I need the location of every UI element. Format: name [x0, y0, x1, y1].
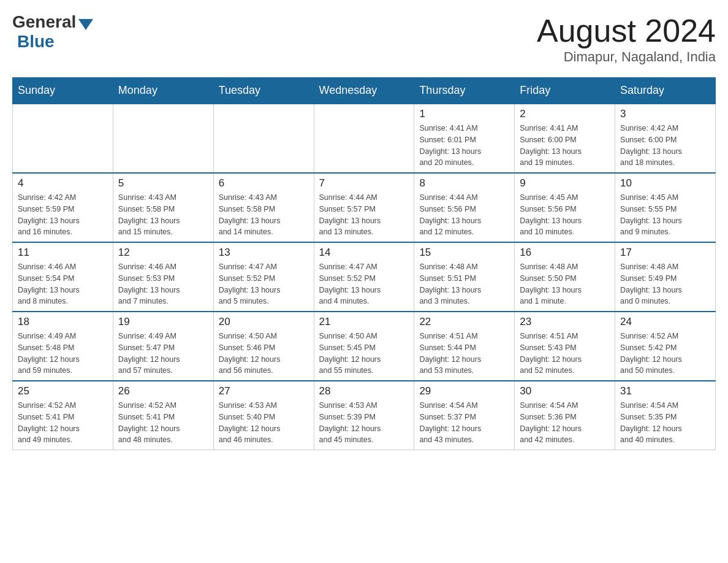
day-info: Sunrise: 4:47 AM Sunset: 5:52 PM Dayligh…: [219, 261, 309, 307]
day-cell: 23Sunrise: 4:51 AM Sunset: 5:43 PM Dayli…: [515, 312, 615, 381]
day-number: 21: [319, 316, 409, 328]
day-number: 24: [620, 316, 710, 328]
day-cell: 3Sunrise: 4:42 AM Sunset: 6:00 PM Daylig…: [615, 104, 716, 173]
weekday-header-wednesday: Wednesday: [314, 78, 414, 104]
weekday-header-monday: Monday: [113, 78, 213, 104]
day-cell: 2Sunrise: 4:41 AM Sunset: 6:00 PM Daylig…: [515, 104, 615, 173]
page-header: General Blue August 2024 Dimapur, Nagala…: [12, 12, 716, 65]
week-row-2: 4Sunrise: 4:42 AM Sunset: 5:59 PM Daylig…: [13, 173, 716, 242]
week-row-5: 25Sunrise: 4:52 AM Sunset: 5:41 PM Dayli…: [13, 381, 716, 450]
day-cell: [213, 104, 314, 173]
day-info: Sunrise: 4:54 AM Sunset: 5:35 PM Dayligh…: [620, 400, 710, 446]
day-cell: 14Sunrise: 4:47 AM Sunset: 5:52 PM Dayli…: [314, 242, 414, 312]
day-cell: 18Sunrise: 4:49 AM Sunset: 5:48 PM Dayli…: [13, 312, 113, 381]
weekday-header-tuesday: Tuesday: [213, 78, 314, 104]
day-info: Sunrise: 4:48 AM Sunset: 5:50 PM Dayligh…: [520, 261, 610, 307]
day-cell: 4Sunrise: 4:42 AM Sunset: 5:59 PM Daylig…: [13, 173, 113, 242]
day-info: Sunrise: 4:43 AM Sunset: 5:58 PM Dayligh…: [118, 192, 208, 238]
day-number: 4: [18, 177, 108, 190]
logo-blue-text: Blue: [17, 32, 55, 52]
day-info: Sunrise: 4:48 AM Sunset: 5:51 PM Dayligh…: [419, 261, 509, 307]
day-cell: 20Sunrise: 4:50 AM Sunset: 5:46 PM Dayli…: [213, 312, 314, 381]
day-info: Sunrise: 4:42 AM Sunset: 6:00 PM Dayligh…: [620, 123, 710, 169]
weekday-header-sunday: Sunday: [13, 78, 113, 104]
weekday-header-thursday: Thursday: [414, 78, 515, 104]
weekday-header-saturday: Saturday: [615, 78, 716, 104]
week-row-3: 11Sunrise: 4:46 AM Sunset: 5:54 PM Dayli…: [13, 242, 716, 312]
day-info: Sunrise: 4:41 AM Sunset: 6:01 PM Dayligh…: [419, 123, 509, 169]
day-number: 1: [419, 108, 509, 120]
day-number: 31: [620, 385, 710, 397]
day-cell: 19Sunrise: 4:49 AM Sunset: 5:47 PM Dayli…: [113, 312, 213, 381]
day-cell: 22Sunrise: 4:51 AM Sunset: 5:44 PM Dayli…: [414, 312, 515, 381]
title-section: August 2024 Dimapur, Nagaland, India: [537, 12, 716, 65]
weekday-header-friday: Friday: [515, 78, 615, 104]
logo: General Blue: [12, 12, 93, 52]
day-number: 15: [419, 247, 509, 259]
day-cell: 26Sunrise: 4:52 AM Sunset: 5:41 PM Dayli…: [113, 381, 213, 450]
day-cell: 28Sunrise: 4:53 AM Sunset: 5:39 PM Dayli…: [314, 381, 414, 450]
day-number: 29: [419, 385, 509, 397]
week-row-1: 1Sunrise: 4:41 AM Sunset: 6:01 PM Daylig…: [13, 104, 716, 173]
day-number: 28: [319, 385, 409, 397]
day-number: 8: [419, 177, 509, 190]
day-cell: 16Sunrise: 4:48 AM Sunset: 5:50 PM Dayli…: [515, 242, 615, 312]
day-cell: 12Sunrise: 4:46 AM Sunset: 5:53 PM Dayli…: [113, 242, 213, 312]
month-title: August 2024: [537, 12, 716, 49]
weekday-header-row: SundayMondayTuesdayWednesdayThursdayFrid…: [13, 78, 716, 104]
day-number: 23: [520, 316, 610, 328]
day-number: 2: [520, 108, 610, 120]
day-info: Sunrise: 4:41 AM Sunset: 6:00 PM Dayligh…: [520, 123, 610, 169]
day-cell: [113, 104, 213, 173]
day-info: Sunrise: 4:52 AM Sunset: 5:41 PM Dayligh…: [118, 400, 208, 446]
day-info: Sunrise: 4:45 AM Sunset: 5:56 PM Dayligh…: [520, 192, 610, 238]
day-cell: 11Sunrise: 4:46 AM Sunset: 5:54 PM Dayli…: [13, 242, 113, 312]
day-info: Sunrise: 4:46 AM Sunset: 5:54 PM Dayligh…: [18, 261, 108, 307]
day-number: 12: [118, 247, 208, 259]
day-cell: 29Sunrise: 4:54 AM Sunset: 5:37 PM Dayli…: [414, 381, 515, 450]
day-info: Sunrise: 4:51 AM Sunset: 5:43 PM Dayligh…: [520, 331, 610, 377]
day-info: Sunrise: 4:52 AM Sunset: 5:41 PM Dayligh…: [18, 400, 108, 446]
day-cell: 15Sunrise: 4:48 AM Sunset: 5:51 PM Dayli…: [414, 242, 515, 312]
day-info: Sunrise: 4:43 AM Sunset: 5:58 PM Dayligh…: [219, 192, 309, 238]
day-info: Sunrise: 4:49 AM Sunset: 5:48 PM Dayligh…: [18, 331, 108, 377]
day-info: Sunrise: 4:47 AM Sunset: 5:52 PM Dayligh…: [319, 261, 409, 307]
day-cell: 31Sunrise: 4:54 AM Sunset: 5:35 PM Dayli…: [615, 381, 716, 450]
day-info: Sunrise: 4:46 AM Sunset: 5:53 PM Dayligh…: [118, 261, 208, 307]
day-number: 18: [18, 316, 108, 328]
day-info: Sunrise: 4:50 AM Sunset: 5:45 PM Dayligh…: [319, 331, 409, 377]
day-number: 19: [118, 316, 208, 328]
day-cell: 1Sunrise: 4:41 AM Sunset: 6:01 PM Daylig…: [414, 104, 515, 173]
logo-general-text: General: [12, 12, 76, 32]
day-number: 22: [419, 316, 509, 328]
day-info: Sunrise: 4:53 AM Sunset: 5:39 PM Dayligh…: [319, 400, 409, 446]
day-number: 30: [520, 385, 610, 397]
day-cell: 6Sunrise: 4:43 AM Sunset: 5:58 PM Daylig…: [213, 173, 314, 242]
calendar-table: SundayMondayTuesdayWednesdayThursdayFrid…: [12, 77, 716, 450]
day-cell: 30Sunrise: 4:54 AM Sunset: 5:36 PM Dayli…: [515, 381, 615, 450]
day-cell: [314, 104, 414, 173]
day-number: 25: [18, 385, 108, 397]
day-number: 7: [319, 177, 409, 190]
day-cell: [13, 104, 113, 173]
day-cell: 24Sunrise: 4:52 AM Sunset: 5:42 PM Dayli…: [615, 312, 716, 381]
day-info: Sunrise: 4:42 AM Sunset: 5:59 PM Dayligh…: [18, 192, 108, 238]
day-cell: 10Sunrise: 4:45 AM Sunset: 5:55 PM Dayli…: [615, 173, 716, 242]
day-number: 11: [18, 247, 108, 259]
day-cell: 27Sunrise: 4:53 AM Sunset: 5:40 PM Dayli…: [213, 381, 314, 450]
day-cell: 17Sunrise: 4:48 AM Sunset: 5:49 PM Dayli…: [615, 242, 716, 312]
day-cell: 21Sunrise: 4:50 AM Sunset: 5:45 PM Dayli…: [314, 312, 414, 381]
day-info: Sunrise: 4:53 AM Sunset: 5:40 PM Dayligh…: [219, 400, 309, 446]
day-info: Sunrise: 4:54 AM Sunset: 5:37 PM Dayligh…: [419, 400, 509, 446]
day-cell: 7Sunrise: 4:44 AM Sunset: 5:57 PM Daylig…: [314, 173, 414, 242]
day-number: 6: [219, 177, 309, 190]
day-info: Sunrise: 4:54 AM Sunset: 5:36 PM Dayligh…: [520, 400, 610, 446]
day-number: 14: [319, 247, 409, 259]
day-info: Sunrise: 4:44 AM Sunset: 5:57 PM Dayligh…: [319, 192, 409, 238]
day-cell: 9Sunrise: 4:45 AM Sunset: 5:56 PM Daylig…: [515, 173, 615, 242]
day-number: 5: [118, 177, 208, 190]
day-info: Sunrise: 4:51 AM Sunset: 5:44 PM Dayligh…: [419, 331, 509, 377]
day-number: 17: [620, 247, 710, 259]
day-cell: 13Sunrise: 4:47 AM Sunset: 5:52 PM Dayli…: [213, 242, 314, 312]
day-number: 9: [520, 177, 610, 190]
